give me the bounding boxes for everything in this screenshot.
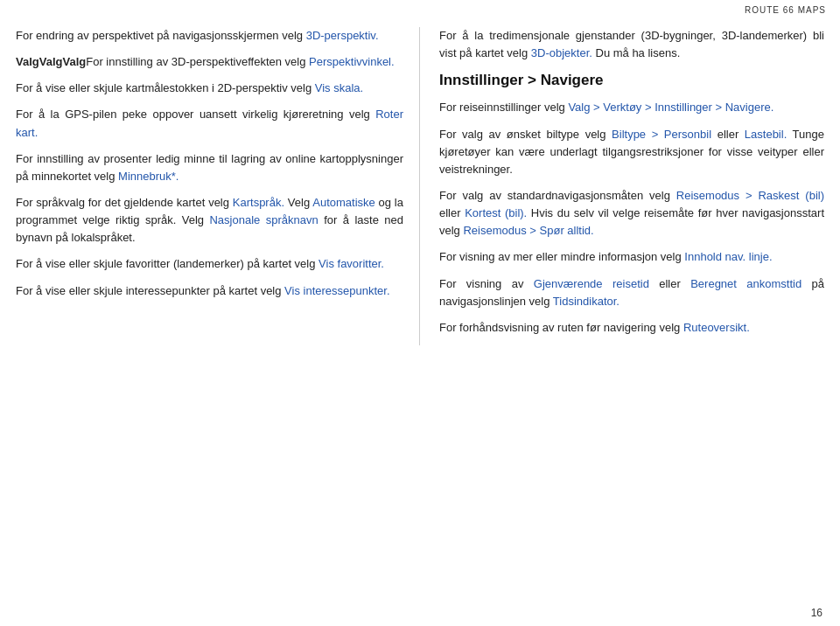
link-vis-favoritter[interactable]: Vis favoritter.	[318, 257, 384, 270]
page-header: ROUTE 66 MAPS	[0, 0, 840, 18]
link-kortest[interactable]: Kortest (bil).	[465, 206, 527, 219]
link-automatiske[interactable]: Automatiske	[312, 196, 375, 209]
link-minnebruk[interactable]: Minnebruk*.	[118, 170, 178, 183]
link-3d-perspektiv[interactable]: 3D-perspektiv.	[306, 29, 379, 42]
link-kartsprak[interactable]: Kartspråk.	[233, 196, 284, 209]
page-number: 16	[811, 607, 822, 619]
right-column: For å la tredimensjonale gjenstander (3D…	[420, 27, 840, 345]
link-vis-interessepunkter[interactable]: Vis interessepunkter.	[284, 284, 389, 297]
left-p1: For endring av perspektivet på navigasjo…	[16, 27, 403, 45]
header-title: ROUTE 66 MAPS	[745, 5, 826, 15]
left-p7: For å vise eller skjule favoritter (land…	[16, 255, 403, 273]
right-p3: For valg av standardnavigasjonsmåten vel…	[439, 187, 824, 240]
page-footer: 16	[811, 607, 822, 619]
right-p4: For visning av mer eller mindre informas…	[439, 248, 824, 266]
link-biltype-personbil[interactable]: Biltype > Personbil	[612, 128, 711, 141]
right-p1: For reiseinnstillinger velg Valg > Verkt…	[439, 99, 824, 116]
link-valg-innstillinger[interactable]: Valg > Verktøy > Innstillinger > Naviger…	[568, 101, 774, 114]
link-roter-kart[interactable]: Roter kart.	[16, 108, 403, 138]
link-gjenvaerende-reisetid[interactable]: Gjenværende reisetid	[534, 277, 649, 290]
left-p3: For å vise eller skjule kartmålestokken …	[16, 80, 403, 97]
left-p2: ValgValgValgFor innstilling av 3D-perspe…	[16, 53, 403, 71]
link-ruteoversikt[interactable]: Ruteoversikt.	[683, 321, 750, 334]
link-nasjonale-spraknavn[interactable]: Nasjonale språknavn	[209, 213, 318, 226]
link-tidsindikator[interactable]: Tidsindikator.	[553, 295, 620, 308]
right-p2: For valg av ønsket biltype velg Biltype …	[439, 126, 824, 178]
left-p6: For språkvalg for det gjeldende kartet v…	[16, 194, 403, 247]
left-p5: For innstilling av prosenter ledig minne…	[16, 150, 403, 185]
right-p5: For visning av Gjenværende reisetid elle…	[439, 275, 824, 310]
link-perspektivvinkel[interactable]: Perspektivvinkel.	[309, 55, 395, 68]
link-reisemodus-raskest[interactable]: Reisemodus > Raskest (bil)	[676, 189, 824, 202]
right-intro: For å la tredimensjonale gjenstander (3D…	[439, 27, 824, 62]
section-heading: Innstillinger > Navigere	[439, 71, 824, 90]
left-p8: For å vise eller skjule interessepunkter…	[16, 282, 403, 300]
link-beregnet-ankomsttid[interactable]: Beregnet ankomsttid	[690, 277, 802, 290]
link-innhold-nav[interactable]: Innhold nav. linje.	[684, 250, 772, 263]
left-p4: For å la GPS-pilen peke oppover uansett …	[16, 106, 403, 141]
page-content: For endring av perspektivet på navigasjo…	[0, 18, 840, 354]
right-p6: For forhåndsvisning av ruten før naviger…	[439, 319, 824, 337]
link-3d-objekter[interactable]: 3D-objekter.	[531, 46, 592, 59]
link-reisemodus-spor[interactable]: Reisemodus > Spør alltid.	[463, 224, 593, 237]
link-lastebil[interactable]: Lastebil.	[745, 128, 787, 141]
link-vis-skala[interactable]: Vis skala.	[315, 81, 363, 94]
left-column: For endring av perspektivet på navigasjo…	[0, 27, 420, 345]
